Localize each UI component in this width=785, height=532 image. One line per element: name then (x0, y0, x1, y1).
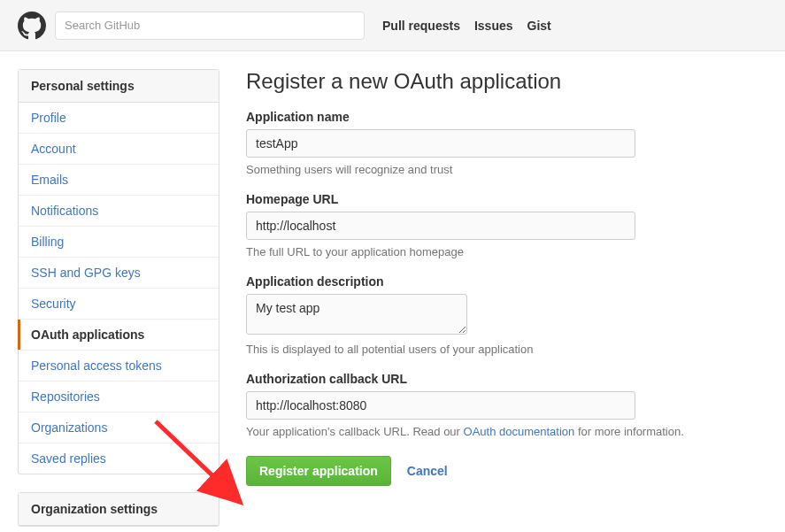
field-homepage-url: Homepage URL The full URL to your applic… (246, 192, 767, 258)
hint-application-name: Something users will recognize and trust (246, 163, 767, 176)
label-homepage-url: Homepage URL (246, 192, 767, 206)
hint-callback-before: Your application's callback URL. Read ou… (246, 425, 464, 438)
label-callback-url: Authorization callback URL (246, 372, 767, 386)
register-application-button[interactable]: Register application (246, 456, 391, 486)
input-homepage-url[interactable] (246, 212, 635, 240)
search-input[interactable] (55, 12, 365, 40)
input-application-description[interactable] (246, 294, 467, 335)
sidebar-item-security[interactable]: Security (19, 289, 219, 320)
sidegroup-personal: Personal settings Profile Account Emails… (18, 69, 219, 474)
hint-callback-url: Your application's callback URL. Read ou… (246, 425, 767, 438)
input-application-name[interactable] (246, 129, 635, 158)
nav-link-pull-requests[interactable]: Pull requests (382, 19, 460, 33)
label-application-description: Application description (246, 274, 767, 289)
cancel-button[interactable]: Cancel (407, 464, 448, 478)
sidebar-item-oauth-applications[interactable]: OAuth applications (19, 320, 219, 351)
hint-callback-after: for more information. (574, 425, 684, 438)
sidebar-item-emails[interactable]: Emails (19, 165, 219, 196)
sidebar: Personal settings Profile Account Emails… (18, 69, 219, 532)
nav-link-issues[interactable]: Issues (474, 19, 513, 33)
sidebar-item-organizations[interactable]: Organizations (19, 412, 219, 443)
hint-homepage-url: The full URL to your application homepag… (246, 245, 767, 258)
label-application-name: Application name (246, 110, 767, 124)
sidebar-item-account[interactable]: Account (19, 134, 219, 165)
input-callback-url[interactable] (246, 391, 635, 420)
page-title: Register a new OAuth application (246, 69, 767, 94)
sidegroup-header-organization: Organization settings (19, 493, 219, 526)
github-logo-icon[interactable] (18, 12, 46, 40)
sidebar-item-personal-access-tokens[interactable]: Personal access tokens (19, 351, 219, 382)
sidegroup-organization: Organization settings (18, 492, 219, 527)
field-application-name: Application name Something users will re… (246, 110, 767, 176)
nav-links: Pull requests Issues Gist (382, 19, 551, 33)
page-container: Personal settings Profile Account Emails… (0, 51, 785, 532)
main-content: Register a new OAuth application Applica… (246, 69, 767, 532)
hint-application-description: This is displayed to all potential users… (246, 343, 767, 356)
sidebar-item-saved-replies[interactable]: Saved replies (19, 443, 219, 474)
sidebar-item-profile[interactable]: Profile (19, 103, 219, 134)
field-callback-url: Authorization callback URL Your applicat… (246, 372, 767, 438)
sidegroup-header-personal: Personal settings (19, 70, 219, 103)
top-nav: Pull requests Issues Gist (0, 0, 785, 51)
form-actions: Register application Cancel (246, 456, 767, 486)
sidebar-item-billing[interactable]: Billing (19, 227, 219, 258)
sidebar-item-ssh-gpg[interactable]: SSH and GPG keys (19, 258, 219, 289)
nav-link-gist[interactable]: Gist (527, 19, 551, 33)
sidebar-item-repositories[interactable]: Repositories (19, 382, 219, 412)
sidebar-item-notifications[interactable]: Notifications (19, 196, 219, 227)
field-application-description: Application description This is displaye… (246, 274, 767, 356)
link-oauth-documentation[interactable]: OAuth documentation (464, 425, 575, 438)
